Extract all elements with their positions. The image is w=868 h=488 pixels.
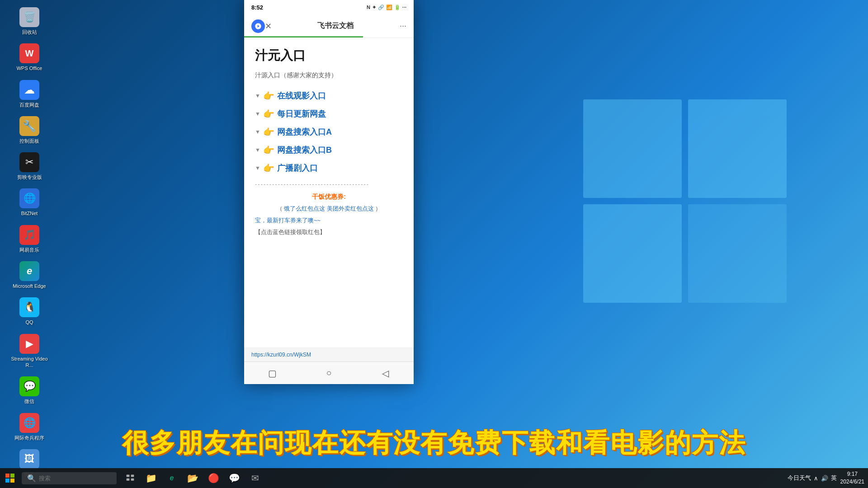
emoji-pointing-2: 👉: [263, 108, 274, 119]
battery-icon: 🔋: [394, 5, 401, 10]
more-icon: ···: [402, 5, 406, 10]
collapse-arrow-2[interactable]: ▼: [255, 111, 260, 117]
icon-img-control: 🔧: [19, 116, 39, 136]
taskbar-app-wechat[interactable]: 💬: [224, 468, 244, 488]
icon-netease-music[interactable]: 🎵 网易音乐: [9, 222, 50, 256]
icon-edge[interactable]: e Microsoft Edge: [9, 258, 50, 292]
svg-rect-5: [131, 475, 134, 477]
desktop-icons-area: 🗑️ 回收站 W WPS Office ☁ 百度网盘 🔧 控制面板 ✂ 剪映专业…: [0, 0, 59, 488]
coupon-section: 干饭优惠券: （ 饿了么红包点这 美团外卖红包点这 ）: [255, 193, 403, 213]
promo-taxi-text[interactable]: 宝，最新打车券来了噢~~: [255, 216, 403, 225]
tray-language[interactable]: 英: [831, 474, 837, 482]
icon-label-wps: WPS Office: [17, 65, 42, 71]
icon-img-streaming: ▶: [19, 334, 39, 354]
icon-streaming-video[interactable]: ▶ Streaming Video R...: [9, 331, 50, 371]
emoji-pointing-5: 👉: [263, 163, 274, 174]
svg-rect-1: [10, 474, 14, 478]
link-meituan[interactable]: 美团外卖红包点这: [327, 205, 374, 212]
collapse-arrow-4[interactable]: ▼: [255, 147, 260, 153]
win-pane-3: [583, 204, 682, 303]
icon-img-edge: e: [19, 261, 39, 281]
phone-statusbar: 8:52 N ✦ 🔗 📶 🔋 ···: [244, 0, 414, 14]
coupon-bracket-close: ）: [375, 205, 381, 212]
section-netdisk-b[interactable]: ▼ 👉 网盘搜索入口B: [255, 145, 403, 155]
icon-label-baidu: 百度网盘: [19, 102, 39, 108]
icon-img-recycle: 🗑️: [19, 7, 39, 27]
more-options-button[interactable]: ···: [400, 21, 406, 31]
icon-label-capcut: 剪映专业版: [17, 174, 42, 180]
collapse-arrow-5[interactable]: ▼: [255, 165, 260, 171]
document-content[interactable]: 汁元入口 汁源入口（感谢大家的支持） ▼ 👉 在线观影入口 ▼ 👉 每日更新网盘…: [244, 38, 414, 347]
icon-label-bitznet: BitZNet: [21, 210, 38, 216]
system-tray: 今日天气 ∧ 🔊 英: [788, 474, 837, 482]
desktop: 🗑️ 回收站 W WPS Office ☁ 百度网盘 🔧 控制面板 ✂ 剪映专业…: [0, 0, 868, 488]
link-daily-netdisk[interactable]: 每日更新网盘: [277, 108, 326, 119]
svg-rect-7: [131, 479, 134, 481]
document-subtitle: 汁源入口（感谢大家的支持）: [255, 71, 403, 80]
collapse-arrow-1[interactable]: ▼: [255, 93, 260, 99]
tray-arrow-up[interactable]: ∧: [814, 475, 818, 482]
wifi-icon: 🔗: [378, 5, 384, 10]
system-clock[interactable]: 9:17 2024/6/21: [840, 470, 864, 486]
link-radio-drama[interactable]: 广播剧入口: [277, 163, 318, 174]
nav-back-button[interactable]: ◁: [376, 363, 396, 383]
icon-bitznet[interactable]: 🌐 BitZNet: [9, 186, 50, 219]
taskbar-app-taskview[interactable]: [120, 468, 140, 488]
nfc-icon: N: [367, 5, 370, 10]
icon-control-panel[interactable]: 🔧 控制面板: [9, 113, 50, 147]
win-pane-4: [688, 204, 787, 303]
link-preview-text: 【点击蓝色链接领取红包】: [255, 228, 403, 236]
start-button[interactable]: [0, 468, 20, 488]
collapse-arrow-3[interactable]: ▼: [255, 129, 260, 135]
nav-home-button[interactable]: ○: [319, 363, 339, 383]
taskbar-app-explorer[interactable]: 📁: [141, 468, 161, 488]
section-netdisk-a[interactable]: ▼ 👉 网盘搜索入口A: [255, 127, 403, 137]
icon-wechat[interactable]: 💬 微信: [9, 374, 50, 407]
feishu-app-icon: [251, 19, 265, 33]
icon-label-qq: QQ: [25, 319, 33, 325]
tray-speaker: 🔊: [821, 475, 828, 482]
icon-img-wps: W: [19, 43, 39, 63]
taskbar-app-edge[interactable]: e: [162, 468, 182, 488]
url-text[interactable]: https://kzurl09.cn/WjkSM: [251, 352, 311, 358]
icon-img-baidu: ☁: [19, 80, 39, 100]
taskbar-app-email[interactable]: ✉: [245, 468, 265, 488]
coupon-links[interactable]: （ 饿了么红包点这 美团外卖红包点这 ）: [255, 205, 403, 213]
link-online-movie[interactable]: 在线观影入口: [277, 90, 326, 101]
icon-label-netease: 网易音乐: [19, 247, 39, 253]
section-daily-netdisk[interactable]: ▼ 👉 每日更新网盘: [255, 108, 403, 119]
icon-qq[interactable]: 🐧 QQ: [9, 295, 50, 328]
bluetooth-icon: ✦: [372, 5, 376, 10]
tray-weather[interactable]: 今日天气: [788, 474, 811, 482]
icon-img-qq: 🐧: [19, 297, 39, 317]
taskbar-search-bar[interactable]: 🔍 document.querySelector('[data-name="se…: [22, 472, 117, 484]
emoji-pointing-1: 👉: [263, 90, 274, 101]
taskbar-app-folder[interactable]: 📂: [183, 468, 203, 488]
icon-recycle-bin[interactable]: 🗑️ 回收站: [9, 5, 50, 38]
section-radio-drama[interactable]: ▼ 👉 广播剧入口: [255, 163, 403, 174]
section-online-movie[interactable]: ▼ 👉 在线观影入口: [255, 90, 403, 101]
link-netdisk-b[interactable]: 网盘搜索入口B: [277, 145, 332, 155]
search-input[interactable]: [39, 475, 111, 482]
taskbar-app-red1[interactable]: 🔴: [203, 468, 223, 488]
close-button[interactable]: ✕: [265, 21, 272, 31]
taskbar: 🔍 document.querySelector('[data-name="se…: [0, 468, 868, 488]
statusbar-icons: N ✦ 🔗 📶 🔋 ···: [367, 5, 406, 10]
link-netdisk-a[interactable]: 网盘搜索入口A: [277, 127, 332, 137]
icon-label-recycle: 回收站: [22, 29, 37, 35]
link-eleme[interactable]: 饿了么红包点这: [284, 205, 325, 212]
emoji-pointing-4: 👉: [263, 145, 274, 155]
nav-square-button[interactable]: ▢: [263, 363, 283, 383]
clock-time: 9:17: [840, 470, 864, 478]
icon-capcut[interactable]: ✂ 剪映专业版: [9, 150, 50, 183]
icon-baidu-netdisk[interactable]: ☁ 百度网盘: [9, 77, 50, 111]
search-icon: 🔍: [27, 474, 36, 483]
taskbar-right-area: 今日天气 ∧ 🔊 英 9:17 2024/6/21: [788, 470, 868, 486]
url-bar: https://kzurl09.cn/WjkSM: [244, 347, 414, 361]
icon-label-streaming: Streaming Video R...: [11, 356, 48, 369]
section-divider: ----------------------------------------: [255, 181, 403, 188]
icon-wps[interactable]: W WPS Office: [9, 41, 50, 74]
taskbar-apps-area: 📁 e 📂 🔴 💬 ✉: [120, 468, 265, 488]
subtitle-text: 很多朋友在问现在还有没有免费下载和看电影的方法: [122, 428, 746, 457]
icon-img-netease: 🎵: [19, 225, 39, 245]
